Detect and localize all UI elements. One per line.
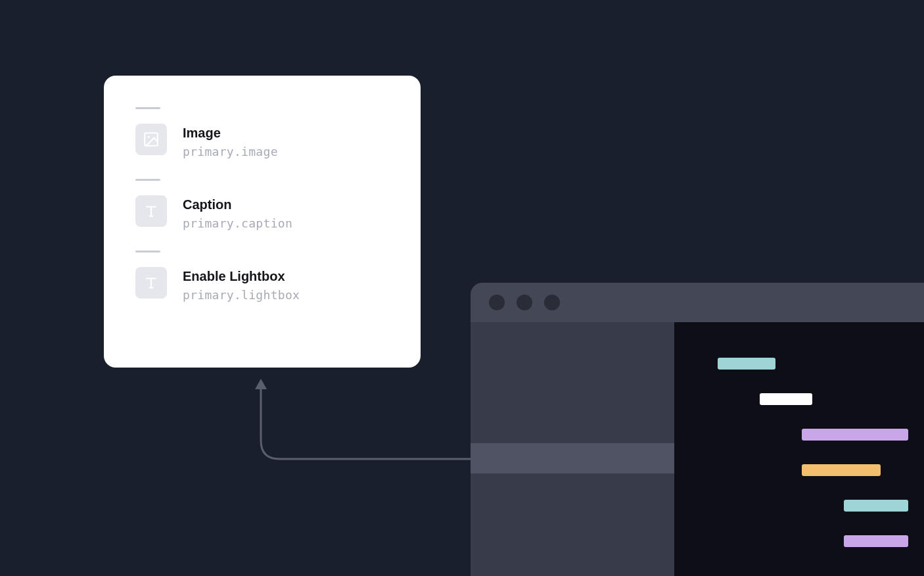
image-icon [135, 124, 167, 155]
code-area [674, 322, 924, 576]
traffic-light-minimize-icon[interactable] [517, 295, 532, 310]
field-image[interactable]: Image primary.image [135, 107, 389, 160]
code-token [802, 464, 881, 476]
sidebar-active-row[interactable] [471, 443, 674, 473]
code-token [718, 358, 775, 370]
traffic-light-close-icon[interactable] [489, 295, 505, 310]
field-caption[interactable]: Caption primary.caption [135, 179, 389, 232]
text-icon [135, 195, 167, 227]
text-icon [135, 267, 167, 299]
field-divider [135, 179, 160, 181]
code-token [802, 429, 908, 441]
field-divider [135, 107, 160, 109]
svg-point-1 [148, 136, 150, 138]
field-label: Enable Lightbox [183, 268, 300, 285]
field-divider [135, 251, 160, 252]
field-label: Caption [183, 196, 292, 213]
field-path: primary.image [183, 143, 278, 160]
connector-arrow [251, 375, 474, 467]
code-token [844, 500, 908, 512]
code-editor-window [471, 283, 924, 576]
editor-sidebar [471, 322, 674, 576]
code-token [844, 535, 908, 547]
field-path: primary.lightbox [183, 286, 300, 304]
field-path: primary.caption [183, 214, 292, 232]
traffic-light-zoom-icon[interactable] [544, 295, 560, 310]
schema-card: Image primary.image Caption primary.capt… [104, 76, 421, 368]
code-token [760, 393, 812, 405]
window-titlebar [471, 283, 924, 322]
field-enable-lightbox[interactable]: Enable Lightbox primary.lightbox [135, 251, 389, 304]
field-label: Image [183, 124, 278, 141]
